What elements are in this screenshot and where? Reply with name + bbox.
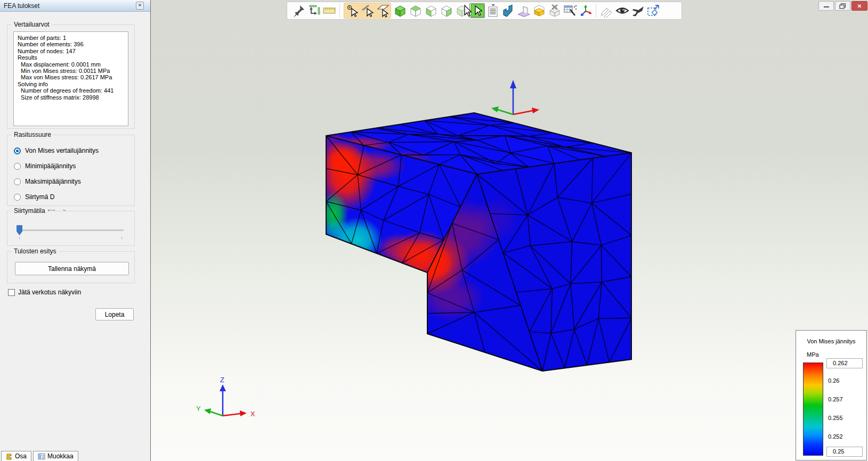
results-info-box: Number of parts: 1 Number of elements: 3… [13,31,128,126]
tab-muokkaa[interactable]: Muokkaa [33,451,78,461]
cube-right-face-icon[interactable] [439,3,454,18]
info-line: Results [18,54,128,61]
legend-panel: Von Mises jännitys MPa 0.262 0.26 0.257 … [796,330,867,460]
radio-min-principal[interactable]: Minimipääjännitys [14,162,76,170]
keep-mesh-checkbox-label: Jätä verkotus näkyviin [18,289,81,296]
legend-min-field[interactable]: 0.25 [826,447,863,457]
legend-tick: 0.26 [828,377,839,384]
viewport-3d[interactable] [150,0,868,461]
fly-mode-icon[interactable] [630,3,645,18]
info-line: Max displacement: 0.0001 mm [18,61,128,68]
legend-unit: MPa [807,351,819,358]
info-line: Number of elements: 396 [18,41,128,47]
export-view-icon[interactable] [645,3,661,18]
toolbar-separator [596,4,596,18]
section-box-icon[interactable] [531,3,547,18]
radio-max-principal[interactable]: Maksimipääjännitys [14,178,81,185]
radio-dot[interactable] [14,147,21,154]
group-label: Vertailuarvot [12,21,52,28]
radio-dot[interactable] [14,194,21,201]
pin-icon[interactable] [290,3,306,18]
radio-dot[interactable] [14,163,21,170]
group-siirtymatila: Siirtymätila [7,211,135,246]
info-line: Solving info [18,81,128,87]
radio-dot[interactable] [14,178,21,185]
legend-max-field[interactable]: 0.262 [826,358,863,368]
info-line: Size of stiffness matrix: 28998 [18,94,128,101]
info-line: Min von Mises stress: 0.0011 MPa [18,68,128,74]
select-edge-icon[interactable] [360,3,375,18]
panel-title-text: FEA tulokset [4,2,39,10]
legend-title: Von Mises jännitys [796,338,866,344]
profile-extrude-icon[interactable] [500,3,516,18]
group-label: Rasitussuure [12,131,53,138]
annotate-pencils-icon[interactable] [599,3,614,18]
application-window: Z Y X [0,0,868,461]
slider-tick [19,237,20,239]
tab-osa[interactable]: Osa [1,451,31,461]
restore-button[interactable] [835,1,850,11]
panel-title: FEA tulokset ✕ [0,0,150,12]
select-point-icon[interactable] [344,3,360,18]
sheet-plane-icon[interactable] [516,3,531,18]
cube-front-face-icon[interactable] [423,3,439,18]
group-vertailuarvot: Vertailuarvot Number of parts: 1 Number … [7,24,135,129]
group-tulosten-esitys: Tulosten esitys Tallenna näkymä [7,251,135,283]
fea-results-panel: FEA tulokset ✕ Vertailuarvot Number of p… [0,0,150,461]
save-view-button[interactable]: Tallenna näkymä [15,262,129,275]
displacement-slider-track[interactable] [18,229,124,231]
info-line: Number of parts: 1 [18,35,128,41]
select-face-icon[interactable] [375,3,391,18]
quit-button[interactable]: Lopeta [95,308,134,320]
slider-tick [121,237,122,239]
legend-colorbar [803,363,823,456]
displacement-slider-thumb[interactable] [17,225,22,235]
group-rasitussuure: Rasitussuure Von Mises vertailujännitys … [7,135,135,206]
toolbar-separator [339,4,340,18]
info-line: Number of nodes: 147 [18,48,128,54]
ruler-icon[interactable] [321,3,337,18]
group-label: Siirtymätila [12,207,47,215]
group-label: Tulosten esitys [12,248,59,255]
legend-tick: 0.257 [828,396,843,402]
cube-top-face-icon[interactable] [408,3,423,18]
legend-tick: 0.252 [828,433,843,440]
bottom-tab-bar: Osa Muokkaa [1,451,78,461]
panel-close-icon[interactable]: ✕ [136,2,144,10]
info-line: Max von Mises stress: 0.2617 MPa [18,74,128,80]
legend-tick: 0.255 [828,415,843,421]
axes-icon[interactable] [578,3,593,18]
fit-view-icon[interactable] [306,3,321,18]
radio-displacement[interactable]: Siirtymä D [14,193,54,201]
keep-mesh-checkbox[interactable] [8,289,15,296]
minimize-button[interactable] [818,1,834,11]
solid-cube-icon[interactable] [392,3,408,18]
edit-window-icon [38,453,45,460]
table-wand-icon[interactable] [562,3,578,18]
main-toolbar [287,2,682,20]
selection-mode-group [344,3,391,19]
mouse-cursor [464,5,472,18]
part-icon [6,453,13,460]
delete-body-icon[interactable] [547,3,562,18]
properties-list-icon[interactable] [485,3,500,18]
info-line: Number of degrees of freedom: 441 [18,87,128,94]
radio-von-mises[interactable]: Von Mises vertailujännitys [14,147,99,154]
visibility-eye-icon[interactable] [614,3,630,18]
close-window-button[interactable]: ✕ [851,1,867,11]
